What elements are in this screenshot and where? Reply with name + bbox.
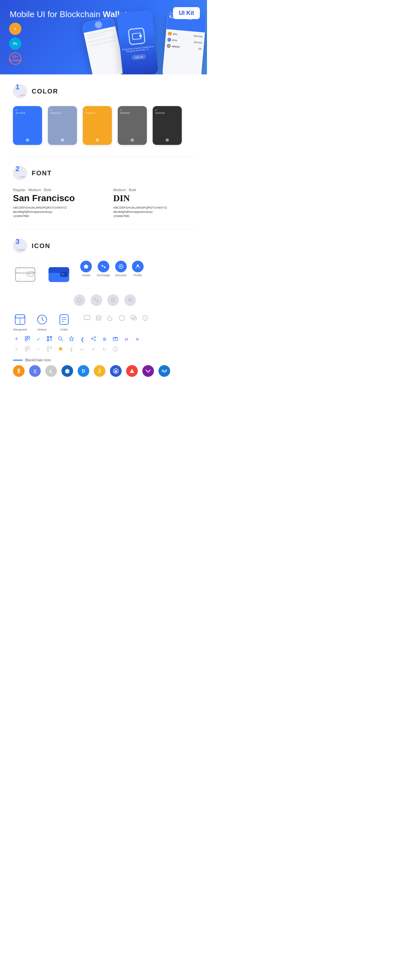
icon-refresh-gray: ↻ bbox=[101, 347, 108, 352]
icon-qr-gray bbox=[46, 346, 53, 353]
svg-point-61 bbox=[94, 340, 96, 341]
svg-line-62 bbox=[92, 337, 94, 338]
svg-point-23 bbox=[113, 299, 114, 301]
svg-rect-69 bbox=[47, 347, 49, 348]
svg-rect-36 bbox=[84, 315, 90, 320]
svg-rect-67 bbox=[28, 347, 30, 348]
svg-point-24 bbox=[129, 298, 131, 300]
blockchain-label-text: BlockChain Icon bbox=[25, 358, 51, 362]
svg-marker-16 bbox=[84, 264, 88, 269]
icon-share-gray: ⇤ bbox=[79, 347, 86, 352]
icon-section-title: ICON bbox=[32, 242, 51, 250]
nav-icons-row: Assets Exchange bbox=[80, 261, 143, 277]
svg-point-60 bbox=[91, 338, 92, 339]
svg-rect-39 bbox=[131, 315, 135, 318]
svg-point-30 bbox=[38, 318, 39, 319]
blockchain-line-accent bbox=[13, 360, 23, 361]
wallet-wireframe-icon bbox=[13, 261, 39, 286]
color-swatch-gray: #666666 bbox=[118, 106, 147, 145]
icon-grid-edit-gray bbox=[24, 346, 31, 353]
icon-section-header: 3 THREE ICON bbox=[13, 239, 194, 253]
svg-point-59 bbox=[94, 336, 96, 338]
crypto-stratis bbox=[62, 365, 73, 377]
icon-add-gray: + bbox=[13, 346, 20, 353]
crypto-dash: D bbox=[78, 365, 89, 377]
svg-rect-68 bbox=[25, 349, 27, 351]
crypto-zcash: Z bbox=[94, 365, 105, 377]
svg-point-37 bbox=[96, 316, 101, 318]
font-din: Medium · Bold DIN ABCDEFGHIJKLMNOPQRSTUV… bbox=[113, 188, 194, 218]
icon-circle bbox=[118, 314, 126, 322]
section-number-2: 2 TWO bbox=[13, 166, 27, 180]
icon-exchange-gray bbox=[91, 294, 102, 306]
color-swatch-dark: #303030 bbox=[153, 106, 182, 145]
icon-info-gray bbox=[112, 346, 119, 353]
icon-message bbox=[83, 314, 91, 322]
icon-check-gray: ✓ bbox=[35, 347, 42, 352]
svg-marker-58 bbox=[69, 336, 74, 341]
icon-exchange: Exchange bbox=[97, 261, 110, 277]
crypto-qtum bbox=[110, 365, 122, 377]
icon-chevron-left-gray: ❮ bbox=[68, 347, 75, 352]
icon-send-box bbox=[112, 336, 119, 342]
icon-add: + bbox=[13, 336, 20, 342]
sf-numbers: 1234567890 bbox=[13, 215, 94, 218]
hero-section: Mobile UI for Blockchain Wallet UI Kit S… bbox=[0, 0, 207, 75]
svg-marker-76 bbox=[130, 369, 134, 373]
sf-lowercase: abcdefghijklmnopqrstuvwxyz bbox=[13, 210, 94, 213]
crypto-btc: ₿ bbox=[13, 365, 25, 377]
sf-uppercase: ABCDEFGHIJKLMNOPQRSTUVWXYZ bbox=[13, 206, 94, 209]
ui-kit-badge: UI Kit bbox=[173, 7, 200, 19]
svg-point-75 bbox=[115, 348, 116, 348]
svg-line-55 bbox=[51, 340, 52, 341]
crypto-waves bbox=[158, 365, 170, 377]
din-lowercase: abcdefghijklmnopqrstuvwxyz bbox=[113, 210, 194, 213]
svg-rect-8 bbox=[27, 272, 33, 276]
svg-rect-14 bbox=[60, 272, 68, 277]
wallet-filled-icon bbox=[46, 261, 72, 288]
divider-1 bbox=[13, 156, 194, 157]
svg-marker-72 bbox=[58, 347, 63, 351]
icon-profile: Profile bbox=[132, 261, 143, 277]
icon-main-row: Assets Exchange bbox=[13, 261, 194, 288]
svg-rect-70 bbox=[50, 347, 52, 348]
icon-moon bbox=[106, 314, 115, 322]
hero-phones: Characters may be mastered in the great … bbox=[75, 10, 207, 75]
icon-discover: Discover bbox=[115, 261, 127, 277]
icon-close: ✕ bbox=[134, 337, 141, 342]
icon-profile-gray bbox=[124, 294, 136, 306]
hero-tool-badges: S Ps 60+Screens bbox=[9, 23, 21, 65]
icon-x-gray: ✕ bbox=[90, 347, 97, 352]
crypto-ark bbox=[126, 365, 138, 377]
svg-point-15 bbox=[62, 273, 64, 275]
svg-point-20 bbox=[137, 264, 139, 267]
color-swatches-container: #3574FA #8DA0C8 #F5A623 #666666 #303030 bbox=[13, 106, 194, 145]
color-swatch-orange: #F5A623 bbox=[83, 106, 112, 145]
svg-point-43 bbox=[145, 317, 145, 317]
crypto-icons-row: ₿ Ξ Ł D Z bbox=[13, 365, 194, 377]
din-uppercase: ABCDEFGHIJKLMNOPQRSTUVWXYZ bbox=[113, 206, 194, 209]
screens-badge: 60+Screens bbox=[9, 52, 21, 65]
section-number-1: 1 ONE bbox=[13, 84, 27, 98]
icon-check: ✓ bbox=[35, 337, 42, 342]
crypto-ltc: Ł bbox=[45, 365, 57, 377]
din-font-name: DIN bbox=[113, 193, 194, 204]
nav-icons-gray-row bbox=[74, 294, 194, 306]
app-icons-row: Mangment History bbox=[13, 312, 194, 331]
din-style-label: Medium · Bold bbox=[113, 188, 194, 192]
svg-point-22 bbox=[111, 298, 115, 302]
divider-2 bbox=[13, 229, 194, 230]
svg-point-9 bbox=[29, 273, 30, 275]
svg-rect-71 bbox=[47, 350, 49, 351]
svg-rect-50 bbox=[48, 337, 49, 338]
icon-stack bbox=[94, 314, 103, 322]
icon-star-yellow bbox=[57, 346, 64, 353]
icon-qr bbox=[46, 336, 53, 342]
font-display-container: Regular · Medium · Bold San Francisco AB… bbox=[13, 188, 194, 218]
misc-icons-row bbox=[83, 314, 150, 322]
svg-rect-6 bbox=[16, 268, 35, 282]
sketch-badge: S bbox=[9, 23, 21, 35]
section-number-3: 3 THREE bbox=[13, 239, 27, 253]
color-swatch-grayblue: #8DA0C8 bbox=[48, 106, 77, 145]
font-section-title: FONT bbox=[32, 169, 52, 177]
